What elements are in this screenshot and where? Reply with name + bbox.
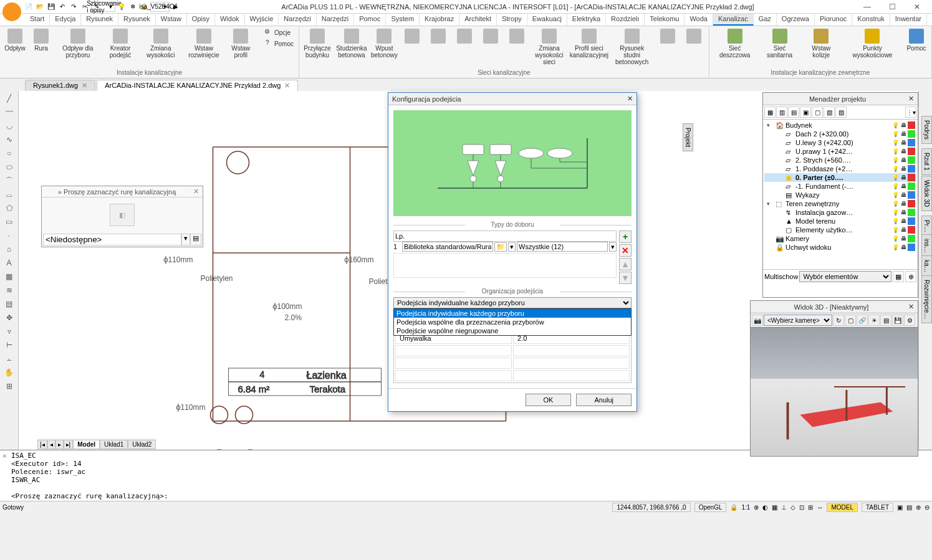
tool-tag-icon[interactable]: ▿ xyxy=(2,325,17,338)
ribbon-button[interactable]: Odpływ xyxy=(2,27,27,53)
sidetab-pr[interactable]: Pr… xyxy=(921,216,932,237)
print-icon[interactable]: 🖶 xyxy=(900,191,907,199)
proj-tool-5-icon[interactable]: ▢ xyxy=(812,107,823,118)
tree-row[interactable]: ▤Wykazy💡🖶 xyxy=(764,191,916,199)
ribbon-button[interactable]: Pomoc xyxy=(904,27,929,53)
prompt-action-button[interactable]: ◧ xyxy=(110,204,135,226)
qat-save-icon[interactable]: 💾 xyxy=(46,2,56,12)
print-icon[interactable]: 🖶 xyxy=(900,156,907,164)
tree-row[interactable]: ▱Dach 2 (+320.00)💡🖶 xyxy=(764,130,916,138)
bulb-icon[interactable]: 💡 xyxy=(891,200,899,207)
tool-point-icon[interactable]: · xyxy=(2,229,17,242)
tool-arc-icon[interactable]: ◡ xyxy=(2,120,17,132)
maximize-button[interactable]: ☐ xyxy=(880,1,905,13)
qat-open-icon[interactable]: 📂 xyxy=(35,2,45,12)
ribbon-tab-17[interactable]: Rozdzielı xyxy=(606,14,645,26)
ribbon-button[interactable]: Sieć deszczowa xyxy=(712,27,758,60)
delete-row-button[interactable]: ✕ xyxy=(619,244,632,257)
qat-play-icon[interactable]: ▶ xyxy=(171,2,181,12)
print-icon[interactable]: 🖶 xyxy=(900,130,907,138)
ribbon-button[interactable]: Studzienka betonowa xyxy=(334,27,369,60)
proj-tool-3-icon[interactable]: ▤ xyxy=(788,107,799,118)
v3d-camera-select[interactable]: <Wybierz kamerę> xyxy=(764,315,832,326)
tree-row[interactable]: ▱2. Strych (+560.…💡🖶 xyxy=(764,156,916,164)
doc-tab-0[interactable]: Rysunek1.dwg✕ xyxy=(25,80,95,91)
bulb-icon[interactable]: 💡 xyxy=(891,174,899,181)
bulb-icon[interactable]: 💡 xyxy=(891,191,899,199)
color-icon[interactable] xyxy=(908,174,915,181)
ribbon-tab-19[interactable]: Woda xyxy=(685,14,713,26)
status-ico5[interactable]: ◇ xyxy=(790,504,795,511)
status-scale-icon[interactable]: 🔒 xyxy=(730,504,737,511)
v3d-save-icon[interactable]: 💾 xyxy=(892,315,903,326)
add-row-button[interactable]: + xyxy=(619,230,632,243)
ribbon-button[interactable]: Zmiana wysokości sieci xyxy=(531,27,568,67)
tool-spline-icon[interactable]: ∿ xyxy=(2,133,17,146)
tree-row[interactable]: ▾⬚Teren zewnętrzny💡🖶 xyxy=(764,199,916,208)
dropdown-option-2[interactable]: Podejście wspólne niegrupowane xyxy=(394,326,631,335)
tree-row[interactable]: ↯Instalacja gazow…💡🖶 xyxy=(764,208,916,217)
print-icon[interactable]: 🖶 xyxy=(900,200,907,207)
tree-row[interactable]: ▲Model terenu💡🖶 xyxy=(764,217,916,225)
prompt-dropdown-icon[interactable]: ▾ xyxy=(181,234,190,245)
proj-tool-6-icon[interactable]: ▧ xyxy=(824,107,835,118)
proj-tool-menu-icon[interactable]: ⋮▾ xyxy=(905,107,916,118)
ribbon-button[interactable] xyxy=(426,27,451,46)
print-icon[interactable]: 🖶 xyxy=(900,226,907,234)
tool-wave-icon[interactable]: ≋ xyxy=(2,284,17,297)
ribbon-button[interactable] xyxy=(452,27,477,46)
v3d-wall-icon[interactable]: ▤ xyxy=(880,315,891,326)
tool-hatch-icon[interactable]: ▦ xyxy=(2,270,17,283)
qat-redo-icon[interactable]: ↷ xyxy=(69,2,79,12)
ribbon-tab-14[interactable]: Stropy xyxy=(497,14,527,26)
tree-row[interactable]: ▾🏠Budynek💡🖶 xyxy=(764,121,916,130)
proj-tool-1-icon[interactable]: ▦ xyxy=(764,107,776,118)
tree-row[interactable]: 🔒Uchwyt widoku💡🖶 xyxy=(764,243,916,252)
app-logo[interactable] xyxy=(2,2,21,21)
dropdown-option-1[interactable]: Podejścia wspólne dla przeznaczenia przy… xyxy=(394,318,631,326)
ribbon-button[interactable] xyxy=(400,27,425,46)
tool-polygon-icon[interactable]: ⬠ xyxy=(2,202,17,214)
command-line[interactable]: ✕ ISA_EC <Executor id>: 14 Polecenie: is… xyxy=(0,450,932,501)
ribbon-button[interactable]: Wstaw kolizje xyxy=(802,27,841,60)
ribbon-tab-11[interactable]: System xyxy=(386,14,420,26)
ribbon-tab-8[interactable]: Narzędzi xyxy=(279,14,316,26)
tool-dim-icon[interactable]: ⊢ xyxy=(2,339,17,351)
tree-row[interactable]: ▱1. Poddasze (+2…💡🖶 xyxy=(764,164,916,173)
tool-ellipse-icon[interactable]: ⬭ xyxy=(2,161,17,173)
tool-circle-icon[interactable]: ○ xyxy=(2,147,17,159)
sidetab-ka[interactable]: ka… xyxy=(921,255,932,277)
project-panel-close-icon[interactable]: ✕ xyxy=(908,95,914,103)
ribbon-tab-16[interactable]: Elektryka xyxy=(567,14,606,26)
ribbon-button[interactable]: Profil sieci kanalizacyjnej xyxy=(569,27,608,60)
ribbon-button[interactable]: Rysunek studni betonowych xyxy=(610,27,654,67)
prompt-input[interactable] xyxy=(43,234,181,245)
bulb-icon[interactable]: 💡 xyxy=(891,139,899,146)
layout-tab-2[interactable]: Układ2 xyxy=(128,440,156,449)
color-icon[interactable] xyxy=(908,209,915,216)
print-icon[interactable]: 🖶 xyxy=(900,139,907,146)
ribbon-tab-1[interactable]: Edycja xyxy=(50,14,81,26)
ribbon-tab-6[interactable]: Widok xyxy=(215,14,245,26)
color-icon[interactable] xyxy=(908,156,915,164)
layout-prev-icon[interactable]: ◂ xyxy=(47,440,55,449)
sidetab-podrys[interactable]: Podrys xyxy=(921,116,932,144)
bulb-icon[interactable]: 💡 xyxy=(891,130,899,138)
bulb-icon[interactable]: 💡 xyxy=(891,235,899,242)
bulb-icon[interactable]: 💡 xyxy=(891,121,899,129)
ribbon-tab-25[interactable]: Inwentar xyxy=(890,14,927,26)
ribbon-tab-21[interactable]: Gaz xyxy=(754,14,777,26)
ribbon-button[interactable]: Punkty wysokościowe xyxy=(842,27,903,60)
status-ico1[interactable]: ⊕ xyxy=(754,504,759,511)
v3d-link-icon[interactable]: 🔗 xyxy=(857,315,868,326)
status-ico4[interactable]: ⊥ xyxy=(781,504,787,511)
status-ico11[interactable]: ⊕ xyxy=(916,504,921,511)
project-footer-btn1-icon[interactable]: ▦ xyxy=(893,271,904,282)
ribbon-tab-13[interactable]: Architekt xyxy=(459,14,497,26)
dialog-close-icon[interactable]: ✕ xyxy=(627,95,633,103)
ribbon-button[interactable]: Wpust betonowy xyxy=(370,27,398,60)
v3d-cog-icon[interactable]: ⚙ xyxy=(904,315,915,326)
tree-row[interactable]: ▱U.lewy 3 (+242.00)💡🖶 xyxy=(764,138,916,147)
sidetab-projekt[interactable]: Projekt xyxy=(683,123,693,151)
tool-house-icon[interactable]: ⌂ xyxy=(2,243,17,255)
